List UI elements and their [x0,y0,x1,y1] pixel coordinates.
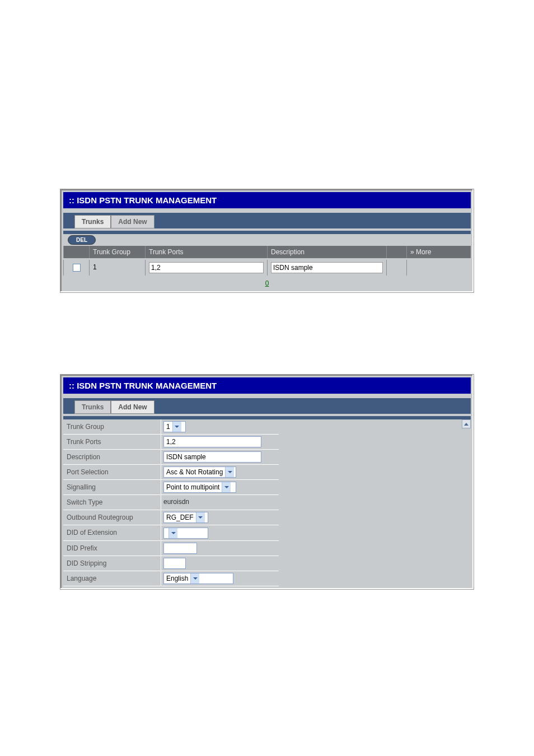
panel-title: :: ISDN PSTN TRUNK MANAGEMENT [63,377,471,394]
tab-row: Trunks Add New [63,213,471,228]
label-did-of-extension: DID of Extension [63,525,161,540]
field-description [161,450,279,464]
form-row-description: Description [63,450,279,465]
form-container: Trunk Group 1 Trunk Ports Description [63,419,471,586]
field-outbound-routegroup: RG_DEF [161,510,279,525]
row-group: 1 [89,260,145,276]
select-outbound-routegroup[interactable]: RG_DEF [163,512,208,523]
chevron-down-icon [172,422,181,432]
form-right [279,419,471,586]
select-did-of-extension[interactable] [163,528,208,539]
delete-button[interactable]: DEL [68,235,96,245]
tab-add-new[interactable]: Add New [111,400,154,414]
field-did-stripping [161,556,279,571]
label-switch-type: Switch Type [63,495,161,510]
label-did-prefix: DID Prefix [63,541,161,556]
chevron-down-icon [222,482,231,492]
input-did-stripping[interactable] [163,558,186,569]
header-spacer [386,246,406,258]
input-trunk-ports[interactable] [163,436,261,447]
header-description: Description [267,246,386,258]
header-trunk-group: Trunk Group [89,246,145,258]
row-desc-cell [267,260,386,276]
select-port-selection[interactable]: Asc & Not Rotating [163,466,236,478]
more-link[interactable]: More [410,248,431,256]
label-language: Language [63,571,161,586]
row-desc-input[interactable] [271,262,383,273]
field-signalling: Point to multipoint [161,480,279,494]
field-language: English [161,571,279,586]
form-row-port-selection: Port Selection Asc & Not Rotating [63,465,279,480]
row-more [406,260,471,276]
tab-row: Trunks Add New [63,398,471,414]
select-text: English [164,575,190,582]
table-body: 1 [63,258,471,277]
field-port-selection: Asc & Not Rotating [161,465,279,479]
form-left: Trunk Group 1 Trunk Ports Description [63,419,279,586]
form-row-switch-type: Switch Type euroisdn [63,495,279,510]
select-language[interactable]: English [163,573,233,584]
text-switch-type: euroisdn [163,497,277,507]
select-signalling[interactable]: Point to multipoint [163,482,236,493]
input-description[interactable] [163,451,261,463]
select-text: RG_DEF [164,514,196,521]
trunk-management-panel-form: :: ISDN PSTN TRUNK MANAGEMENT Trunks Add… [60,374,474,590]
row-spacer [386,260,406,276]
field-did-prefix [161,541,279,556]
form-row-trunk-ports: Trunk Ports [63,435,279,450]
panel-title: :: ISDN PSTN TRUNK MANAGEMENT [63,192,471,208]
label-did-stripping: DID Stripping [63,556,161,571]
form-row-language: Language English [63,571,279,586]
row-ports-input[interactable] [149,262,264,273]
form-row-outbound-routegroup: Outbound Routegroup RG_DEF [63,510,279,525]
toolbar: DEL [63,234,471,246]
row-ports-cell [145,260,267,276]
row-checkbox[interactable] [73,264,81,272]
field-switch-type: euroisdn [161,495,279,510]
header-trunk-ports: Trunk Ports [145,246,267,258]
label-description: Description [63,450,161,464]
select-text: Point to multipoint [164,483,222,491]
label-outbound-routegroup: Outbound Routegroup [63,510,161,525]
chevron-down-icon [190,573,199,584]
page-link[interactable]: 0 [265,279,269,287]
table-row: 1 [63,258,471,277]
select-text: 1 [164,423,172,431]
field-trunk-ports [161,435,279,449]
label-signalling: Signalling [63,480,161,494]
header-more: More [406,246,471,258]
row-checkbox-cell [63,260,89,276]
form-row-did-of-extension: DID of Extension [63,525,279,541]
tab-trunks[interactable]: Trunks [74,215,111,228]
select-trunk-group[interactable]: 1 [163,421,186,432]
table-header: Trunk Group Trunk Ports Description More [63,246,471,258]
field-did-of-extension [161,525,279,540]
form-row-did-stripping: DID Stripping [63,556,279,571]
chevron-down-icon [196,512,205,522]
label-port-selection: Port Selection [63,465,161,479]
field-trunk-group: 1 [161,419,279,434]
tab-trunks[interactable]: Trunks [74,400,111,414]
select-text: Asc & Not Rotating [164,468,225,476]
trunk-management-panel-list: :: ISDN PSTN TRUNK MANAGEMENT Trunks Add… [60,189,474,293]
pagination: 0 [63,277,471,290]
chevron-down-icon [225,467,234,477]
form-row-did-prefix: DID Prefix [63,541,279,556]
form-row-signalling: Signalling Point to multipoint [63,480,279,495]
form-row-trunk-group: Trunk Group 1 [63,419,279,435]
label-trunk-ports: Trunk Ports [63,435,161,449]
chevron-down-icon [168,528,177,538]
label-trunk-group: Trunk Group [63,419,161,434]
header-checkbox [63,246,89,258]
input-did-prefix[interactable] [163,543,197,554]
scroll-up-button[interactable] [462,419,471,428]
tab-add-new[interactable]: Add New [111,215,154,228]
